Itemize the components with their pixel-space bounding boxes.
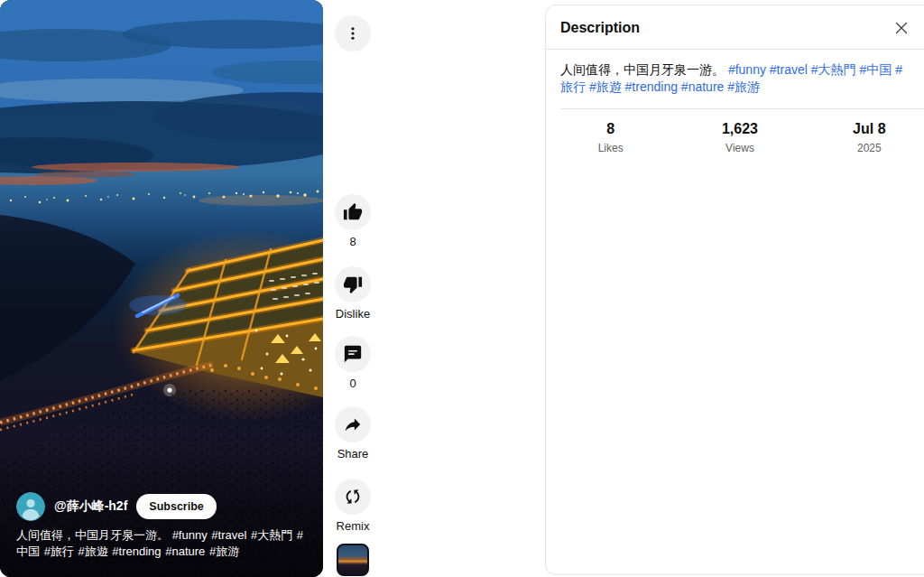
close-icon bbox=[892, 18, 911, 38]
remix-group: Remix bbox=[317, 479, 389, 533]
description-hashtag[interactable]: #旅游 bbox=[727, 79, 760, 94]
remix-button[interactable] bbox=[335, 479, 371, 515]
caption-hashtag[interactable]: #trending bbox=[112, 544, 161, 558]
description-hashtag[interactable]: #nature bbox=[681, 79, 724, 94]
description-hashtag[interactable]: #中国 bbox=[859, 62, 892, 77]
like-count: 8 bbox=[349, 236, 356, 248]
caption-hashtag[interactable]: #travel bbox=[211, 528, 246, 542]
description-hashtag[interactable]: #funny bbox=[728, 62, 766, 77]
caption-hashtag[interactable]: #funny bbox=[172, 528, 208, 542]
video-thumbnail-group bbox=[317, 544, 389, 576]
stat-value: 8 bbox=[546, 121, 675, 137]
more-options-button[interactable] bbox=[335, 15, 371, 51]
stats-row: 8 Likes 1,623 Views Jul 8 2025 bbox=[546, 109, 924, 154]
dislike-button[interactable] bbox=[335, 266, 371, 302]
stat-label: 2025 bbox=[805, 142, 924, 154]
dislike-label: Dislike bbox=[336, 308, 370, 321]
caption-hashtag[interactable]: #旅行 bbox=[44, 544, 74, 558]
description-hashtag[interactable]: #旅遊 bbox=[589, 79, 622, 94]
more-menu-group bbox=[317, 15, 389, 51]
caption-hashtag[interactable]: #旅游 bbox=[209, 544, 239, 558]
comment-icon bbox=[343, 344, 363, 364]
shorts-page: @薛小峰-h2f Subscribe 人间值得，中国月牙泉一游。 #funny … bbox=[0, 0, 924, 577]
comments-count: 0 bbox=[349, 377, 356, 390]
description-text: 人间值得，中国月牙泉一游。 bbox=[560, 62, 725, 77]
close-button[interactable] bbox=[891, 17, 912, 39]
description-panel-header: Description bbox=[546, 5, 924, 49]
description-hashtag[interactable]: #大熱門 bbox=[811, 62, 856, 77]
comments-button[interactable] bbox=[335, 336, 371, 372]
remix-label: Remix bbox=[337, 520, 370, 533]
video-caption[interactable]: 人间值得，中国月牙泉一游。 #funny #travel #大熱門 #中国 #旅… bbox=[16, 527, 312, 560]
share-arrow-icon bbox=[343, 414, 363, 434]
share-label: Share bbox=[337, 448, 369, 461]
channel-row: @薛小峰-h2f Subscribe bbox=[16, 492, 217, 521]
caption-hashtag[interactable]: #nature bbox=[165, 544, 205, 558]
subscribe-button[interactable]: Subscribe bbox=[136, 494, 216, 519]
next-video-thumbnail[interactable] bbox=[337, 544, 369, 576]
dislike-group: Dislike bbox=[317, 266, 389, 321]
shorts-video-player[interactable]: @薛小峰-h2f Subscribe 人间值得，中国月牙泉一游。 #funny … bbox=[0, 0, 323, 577]
thumb-up-icon bbox=[343, 202, 363, 222]
channel-avatar[interactable] bbox=[16, 492, 45, 521]
stat-label: Views bbox=[675, 142, 804, 154]
like-group: 8 bbox=[317, 194, 389, 248]
caption-hashtag[interactable]: #大熱門 bbox=[251, 528, 292, 542]
description-hashtag[interactable]: #trending bbox=[625, 79, 678, 94]
description-hashtag[interactable]: #travel bbox=[770, 62, 808, 77]
description-body: 人间值得，中国月牙泉一游。 #funny #travel #大熱門 #中国 #旅… bbox=[546, 50, 924, 108]
stat-views: 1,623 Views bbox=[675, 121, 804, 154]
channel-handle[interactable]: @薛小峰-h2f bbox=[54, 498, 127, 515]
stat-value: Jul 8 bbox=[805, 121, 924, 137]
description-panel-title: Description bbox=[560, 20, 640, 36]
stat-value: 1,623 bbox=[675, 121, 804, 137]
stat-date: Jul 8 2025 bbox=[805, 121, 924, 154]
share-group: Share bbox=[317, 406, 389, 461]
caption-hashtag[interactable]: #旅遊 bbox=[78, 544, 107, 558]
more-vertical-icon bbox=[345, 25, 361, 42]
caption-text: 人间值得，中国月牙泉一游。 bbox=[16, 528, 169, 542]
thumb-down-icon bbox=[343, 275, 363, 294]
person-icon bbox=[16, 492, 45, 521]
stat-likes: 8 Likes bbox=[546, 121, 675, 154]
share-button[interactable] bbox=[335, 406, 371, 442]
stat-label: Likes bbox=[546, 142, 675, 154]
like-button[interactable] bbox=[335, 194, 371, 230]
remix-icon bbox=[343, 487, 363, 507]
comments-group: 0 bbox=[317, 336, 389, 390]
description-panel: Description 人间值得，中国月牙泉一游。 #funny #travel… bbox=[545, 5, 924, 575]
